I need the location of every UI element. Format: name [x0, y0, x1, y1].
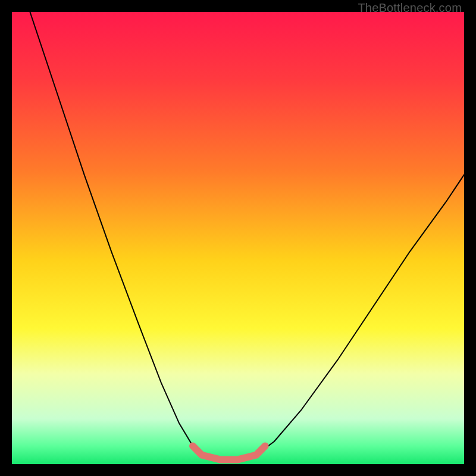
left-branch-line — [30, 12, 202, 455]
plot-area — [12, 12, 464, 464]
right-branch-line — [256, 175, 464, 455]
watermark-text: TheBottleneck.com — [358, 1, 462, 15]
chart-frame: TheBottleneck.com — [0, 0, 476, 476]
highlight-segment-line — [193, 446, 265, 460]
curve-layer — [12, 12, 464, 464]
